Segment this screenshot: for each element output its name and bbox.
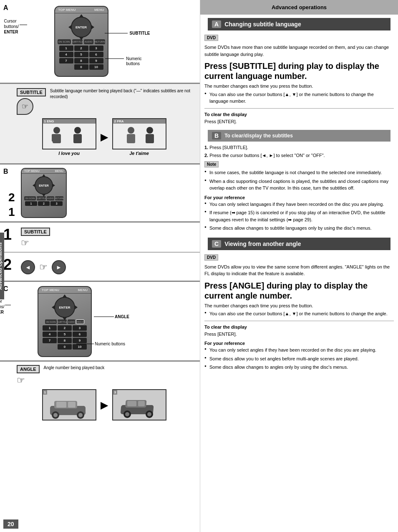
step1-number: 1 bbox=[3, 226, 12, 243]
section-c-ref1: You can only select angles if they have … bbox=[204, 347, 394, 354]
svg-rect-16 bbox=[56, 402, 66, 408]
page-header: Advanced operations bbox=[200, 0, 398, 15]
section-b-title: To clear/display the subtitles bbox=[224, 133, 293, 139]
step2-hand-icon: ☞ bbox=[39, 262, 48, 273]
svg-point-21 bbox=[125, 412, 129, 416]
step1-subtitle-badge: SUBTITLE bbox=[21, 228, 50, 236]
section-a-bullet1: You can also use the cursor buttons [▲, … bbox=[204, 91, 394, 105]
page-number: 20 bbox=[3, 519, 18, 529]
step2-number: 2 bbox=[3, 256, 12, 274]
section-b-header: B To clear/display the subtitles bbox=[208, 130, 390, 142]
top-menu-c: TOP MENU bbox=[42, 288, 59, 292]
section-c-ref3: Some discs allow changes to angles only … bbox=[204, 364, 394, 371]
section-a-body1: The number changes each time you press t… bbox=[204, 83, 394, 90]
section-a-divider bbox=[204, 108, 394, 109]
scene2-caption: Je t'aime bbox=[112, 151, 166, 156]
section-a-left: A TOP MENU MENU ENTER bbox=[0, 0, 200, 84]
angle-hand-icon: ☞ bbox=[17, 375, 40, 386]
subtitle-callout-label: SUBTITLE bbox=[130, 31, 150, 35]
note2: When a disc supporting closed captions i… bbox=[204, 178, 394, 192]
subtitle-caption: Subtitle language number being played ba… bbox=[50, 88, 191, 100]
section-c-angle-display: ANGLE ☞ Angle number being played back 1 bbox=[0, 362, 200, 424]
svg-rect-3 bbox=[54, 134, 58, 142]
angle-scene1: 1 bbox=[42, 389, 96, 421]
note1: In some cases, the subtitle language is … bbox=[204, 169, 394, 176]
section-c-divider-label: To clear the display bbox=[204, 324, 394, 329]
top-menu-label: TOP MENU bbox=[58, 8, 76, 12]
svg-point-6 bbox=[128, 127, 134, 134]
section-c-header-letter: C bbox=[212, 240, 221, 248]
svg-point-13 bbox=[53, 413, 58, 417]
menu-c: MENU bbox=[78, 288, 88, 292]
section-c-title: Viewing from another angle bbox=[224, 241, 301, 247]
section-b-ref2: If resume (➡ page 15) is canceled or if … bbox=[204, 209, 394, 223]
cursor-label-c: Cursorbuttons/ENTER bbox=[0, 299, 5, 314]
section-a-letter: A bbox=[3, 4, 8, 12]
section-a-big-title: Press [SUBTITLE] during play to display … bbox=[204, 61, 394, 81]
svg-point-4 bbox=[74, 127, 81, 134]
svg-point-0 bbox=[53, 127, 60, 134]
section-b-step2: 2. Press the cursor buttons [◄, ►] to se… bbox=[204, 152, 394, 159]
section-c-ref-label: For your reference bbox=[204, 341, 394, 346]
section-c-divider-text: Press [ENTER]. bbox=[204, 331, 394, 338]
svg-rect-25 bbox=[138, 401, 145, 406]
angle-scene2: 3 bbox=[112, 389, 166, 421]
section-c-dvd-badge: DVD bbox=[204, 254, 218, 261]
section-b-letter: B bbox=[3, 168, 8, 175]
svg-point-15 bbox=[78, 413, 83, 417]
angle-arrow: ▶ bbox=[101, 399, 108, 411]
angle-caption: Angle number being played back bbox=[44, 365, 192, 371]
scene1-caption: I love you bbox=[42, 151, 96, 156]
svg-rect-17 bbox=[68, 402, 76, 408]
section-b-step1: 1. Press [SUBTITLE]. bbox=[204, 144, 394, 151]
numeric-callout-c: Numeric buttons bbox=[95, 342, 125, 347]
section-a-title: Changing subtitle language bbox=[224, 21, 301, 28]
section-b-left: B TOP MENU MENU ENTER bbox=[0, 165, 200, 223]
section-b-ref1: You can only select languages if they ha… bbox=[204, 201, 394, 208]
svg-rect-5 bbox=[73, 134, 82, 143]
section-b-header-letter: B bbox=[212, 132, 221, 139]
section-c-intro: Some DVDs allow you to view the same sce… bbox=[204, 263, 394, 277]
section-b-ref-label: For your reference bbox=[204, 195, 394, 200]
arrow-right: ▶ bbox=[101, 131, 108, 143]
angle-scenes-row: 1 ▶ 3 bbox=[17, 389, 191, 421]
scene2-box: 2 FRA bbox=[112, 118, 166, 149]
svg-rect-24 bbox=[127, 401, 136, 406]
step1-hand-icon: ☞ bbox=[21, 238, 191, 248]
section-a-divider-label: To clear the display bbox=[204, 112, 394, 117]
section-a-header-letter: A bbox=[212, 20, 221, 28]
scene2-label: 2 FRA bbox=[113, 119, 166, 124]
cursor-callout-label: Cursorbuttons/ENTER bbox=[4, 19, 19, 34]
step1-indicator: 1 bbox=[8, 205, 15, 219]
enter-btn-label: ENTER bbox=[76, 25, 87, 29]
cursor-left-btn: ◄ bbox=[21, 260, 35, 274]
section-a-header: A Changing subtitle language bbox=[208, 18, 390, 30]
numeric-callout-label: Numericbuttons bbox=[126, 56, 141, 66]
section-c-big-title: Press [ANGLE] during play to display the… bbox=[204, 281, 394, 301]
svg-rect-7 bbox=[127, 134, 135, 143]
menu-b: MENU bbox=[55, 170, 63, 172]
section-a-divider-text: Press [ENTER]. bbox=[204, 118, 394, 125]
section-c-divider bbox=[204, 321, 394, 321]
angle-callout-label: ANGLE bbox=[115, 314, 129, 319]
section-c-body1: The number changes each time you press t… bbox=[204, 302, 394, 309]
scenes-row: 1 ENG I love you ▶ bbox=[17, 118, 191, 156]
top-menu-b: TOP MENU bbox=[24, 170, 40, 172]
left-panel: Advanced Operations A TOP MENU MENU ENTE… bbox=[0, 0, 200, 532]
subtitle-badge: SUBTITLE bbox=[17, 88, 46, 96]
section-b-ref3: Some discs allow changes to subtitle lan… bbox=[204, 225, 394, 232]
angle-callout: ANGLE bbox=[115, 314, 129, 319]
step1-section: 1 SUBTITLE ☞ bbox=[0, 223, 200, 253]
section-a-dvd-badge: DVD bbox=[204, 35, 218, 41]
section-c-bullet1: You can also use the cursor buttons [▲, … bbox=[204, 310, 394, 317]
side-label: Advanced Operations bbox=[0, 233, 4, 299]
angle-badge: ANGLE bbox=[17, 365, 40, 373]
cursor-right-btn: ► bbox=[52, 260, 66, 274]
scene1-box: 1 ENG bbox=[42, 118, 96, 149]
section-c-header: C Viewing from another angle bbox=[208, 238, 390, 250]
step2-indicator: 2 bbox=[8, 191, 15, 204]
numeric-label-c: Numeric buttons bbox=[95, 342, 125, 346]
note-badge: Note bbox=[204, 161, 219, 167]
cursor-callout-c: Cursorbuttons/ENTER bbox=[0, 299, 5, 315]
section-c-ref2: Some discs allow you to set angles befor… bbox=[204, 355, 394, 362]
